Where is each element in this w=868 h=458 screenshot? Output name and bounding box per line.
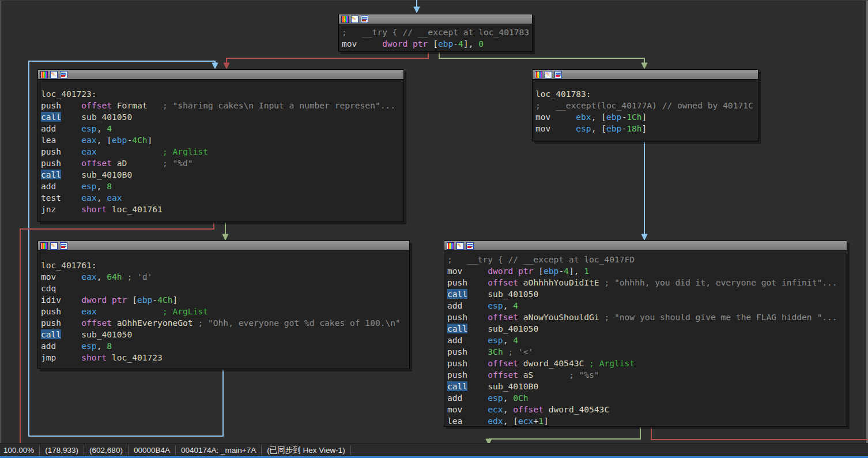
asm-line[interactable]: mov eax, 64h ; 'd': [38, 271, 409, 283]
graph-node-loc_401761[interactable]: loc_401761:mov eax, 64h ; 'd'cdqidiv dwo…: [37, 241, 410, 369]
edge-try-to-loc401783: [439, 52, 644, 63]
asm-line[interactable]: lea eax, [ebp-4Ch]: [38, 134, 403, 146]
group-node-icon[interactable]: [466, 242, 474, 250]
asm-line[interactable]: call sub_4010B0: [444, 381, 847, 392]
asm-line[interactable]: push offset aNowYouShouldGi ; "now you s…: [444, 311, 847, 323]
status-zoom-level: 100.00%: [0, 445, 40, 455]
node-code: ; __try { // __except at loc_401783mov d…: [339, 24, 532, 50]
edge-try2-falsebranch: [651, 427, 868, 440]
edge-try-to-loc401723: [227, 52, 428, 63]
status-bar: 100.00% (178,933) (602,680) 00000B4A 004…: [0, 443, 868, 456]
status-coords-1: (178,933): [40, 445, 84, 455]
asm-line[interactable]: jmp short loc_401723: [38, 352, 409, 363]
edge-entry-to-try-arrowhead: [414, 7, 420, 13]
ida-graph-window: ; __try { // __except at loc_401783mov d…: [0, 0, 868, 458]
asm-line[interactable]: loc_401761:: [38, 260, 409, 271]
group-node-icon[interactable]: [361, 16, 368, 23]
node-title-bar[interactable]: [38, 241, 409, 251]
asm-line[interactable]: ; __try { // __except at loc_401783: [339, 27, 532, 38]
asm-line[interactable]: push 3Ch ; '<': [444, 346, 847, 358]
edge-try2-truebranch-arrowhead: [486, 439, 492, 443]
edit-comment-icon[interactable]: [351, 16, 358, 23]
asm-line[interactable]: mov dword ptr [ebp-4], 1: [444, 265, 847, 277]
asm-line[interactable]: add esp, 4: [38, 123, 403, 134]
node-code: loc_401783:; __except(loc_40177A) // own…: [533, 80, 758, 134]
node-title-bar[interactable]: [38, 70, 403, 80]
asm-line[interactable]: push eax ; ArgList: [38, 306, 409, 317]
asm-line[interactable]: call sub_401050: [444, 288, 847, 300]
asm-line[interactable]: add esp, 8: [38, 340, 409, 352]
edit-comment-icon[interactable]: [545, 71, 552, 78]
edit-comment-icon[interactable]: [50, 242, 58, 250]
asm-line[interactable]: idiv dword ptr [ebp-4Ch]: [38, 294, 409, 306]
asm-line[interactable]: call sub_401050: [38, 329, 409, 340]
asm-line[interactable]: add esp, 4: [444, 335, 847, 346]
asm-line[interactable]: push offset aOhhEveryoneGot ; "Ohh, ever…: [38, 317, 409, 329]
asm-line[interactable]: add esp, 4: [444, 300, 847, 311]
edge-try-to-loc401783-arrowhead: [641, 63, 647, 69]
edge-try-to-loc401723-arrowhead: [224, 63, 229, 69]
asm-line[interactable]: push offset dword_40543C ; Arglist: [444, 358, 847, 369]
asm-line[interactable]: push offset Format ; "sharing cakes\n In…: [38, 100, 403, 111]
asm-line[interactable]: test eax, eax: [38, 192, 403, 204]
set-node-color-icon[interactable]: [40, 242, 48, 250]
graph-node-try_entry_2[interactable]: ; __try { // __except at loc_4017FDmov d…: [444, 241, 847, 427]
set-node-color-icon[interactable]: [447, 242, 454, 250]
status-coords-2: (602,680): [84, 445, 129, 455]
asm-line[interactable]: mov ebx, [ebp-1Ch]: [533, 111, 758, 123]
asm-line[interactable]: loc_401723:: [38, 88, 403, 100]
asm-line[interactable]: push offset aD ; "%d": [38, 157, 403, 169]
graph-node-loc_401723[interactable]: loc_401723:push offset Format ; "sharing…: [37, 69, 404, 222]
node-title-bar[interactable]: [339, 14, 532, 24]
asm-line[interactable]: add esp, 0Ch: [444, 392, 847, 404]
set-node-color-icon[interactable]: [535, 71, 542, 78]
asm-line[interactable]: lea edx, [ecx+1]: [444, 415, 847, 427]
asm-line[interactable]: mov esp, [ebp-18h]: [533, 123, 758, 134]
edge-loc401783-to-try2-arrowhead: [641, 234, 647, 240]
edit-comment-icon[interactable]: [456, 242, 464, 250]
set-node-color-icon[interactable]: [40, 71, 48, 78]
asm-line[interactable]: push offset aS ; "%s": [444, 369, 847, 381]
node-code: loc_401723:push offset Format ; "sharing…: [38, 80, 403, 215]
edge-loop-loc401761-to-loc401723-arrowhead: [212, 63, 218, 69]
asm-line[interactable]: push offset aOhhhhYouDidItE ; "ohhhh, yo…: [444, 277, 847, 288]
group-node-icon[interactable]: [554, 71, 562, 78]
node-title-bar[interactable]: [533, 70, 758, 80]
asm-line[interactable]: call sub_401050: [444, 323, 847, 335]
edit-comment-icon[interactable]: [50, 71, 58, 78]
asm-line[interactable]: call sub_4010B0: [38, 169, 403, 181]
group-node-icon[interactable]: [60, 71, 67, 78]
node-code: ; __try { // __except at loc_4017FDmov d…: [444, 251, 847, 427]
status-sync-info: (已同步到 Hex View-1): [262, 445, 351, 455]
asm-line[interactable]: ; __except(loc_40177A) // owned by 40171…: [533, 100, 758, 111]
asm-line[interactable]: mov ecx, offset dword_40543C: [444, 404, 847, 415]
group-node-icon[interactable]: [60, 242, 67, 250]
graph-node-loc_401783[interactable]: loc_401783:; __except(loc_40177A) // own…: [532, 69, 758, 141]
edge-loc401723-to-loc401761-arrowhead: [222, 234, 228, 240]
asm-line[interactable]: push eax ; Arglist: [38, 146, 403, 157]
edge-try2-truebranch: [489, 427, 640, 439]
node-code: loc_401761:mov eax, 64h ; 'd'cdqidiv dwo…: [38, 251, 409, 363]
asm-line[interactable]: loc_401783:: [533, 88, 758, 100]
graph-node-try_entry[interactable]: ; __try { // __except at loc_401783mov d…: [338, 14, 533, 52]
status-address: 0040174A: _main+7A: [176, 445, 262, 455]
asm-line[interactable]: ; __try { // __except at loc_4017FD: [444, 254, 847, 265]
status-file-offset: 00000B4A: [129, 445, 176, 455]
asm-line[interactable]: mov dword ptr [ebp-4], 0: [339, 38, 532, 50]
set-node-color-icon[interactable]: [341, 16, 349, 23]
node-title-bar[interactable]: [444, 241, 847, 251]
asm-line[interactable]: call sub_401050: [38, 111, 403, 123]
asm-line[interactable]: cdq: [38, 283, 409, 294]
asm-line[interactable]: add esp, 8: [38, 181, 403, 192]
asm-line[interactable]: jnz short loc_401761: [38, 204, 403, 215]
